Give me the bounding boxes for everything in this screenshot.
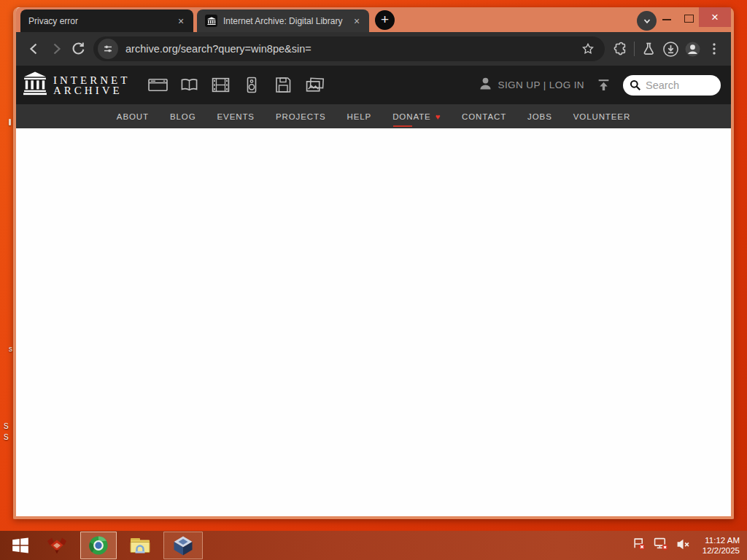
tab-title: Privacy error	[28, 16, 174, 26]
profile-avatar-icon[interactable]	[681, 38, 703, 60]
reload-icon[interactable]	[67, 38, 89, 60]
desktop-icon-label-fragment: S	[4, 423, 9, 430]
address-bar[interactable]: archive.org/search?query=win8pe&sin=	[93, 36, 605, 61]
nav-item-events[interactable]: EVENTS	[217, 104, 255, 128]
taskbar-browser-button-active[interactable]	[80, 532, 117, 559]
nav-item-donate[interactable]: DONATE ♥	[392, 104, 441, 128]
tab-internet-archive[interactable]: Internet Archive: Digital Library ×	[197, 9, 369, 32]
internet-archive-favicon	[205, 15, 217, 27]
window-close-button[interactable]: ×	[699, 7, 731, 27]
action-center-flag-icon[interactable]	[632, 537, 646, 553]
browser-window: Privacy error × Internet Archive: Digi	[13, 7, 734, 519]
internet-archive-nav: ABOUT BLOG EVENTS PROJECTS HELP DONATE ♥…	[16, 104, 731, 128]
menu-kebab-icon[interactable]	[703, 38, 725, 60]
nav-item-help[interactable]: HELP	[347, 104, 372, 128]
page-content-blank	[16, 128, 731, 516]
account-person-icon[interactable]	[478, 76, 493, 94]
browser-app-icon	[88, 534, 109, 556]
taskbar-clock[interactable]: 11:12 AM 12/2/2025	[703, 535, 740, 556]
forward-icon[interactable]	[45, 38, 67, 60]
tab-search-chevron-icon[interactable]	[637, 11, 657, 31]
volume-muted-icon[interactable]	[676, 538, 690, 553]
internet-archive-logo[interactable]	[23, 71, 47, 98]
audio-speaker-icon[interactable]	[241, 76, 262, 95]
desktop-background: s S S Privacy error ×	[0, 0, 747, 560]
extensions-puzzle-icon[interactable]	[609, 38, 631, 60]
nav-item-volunteer[interactable]: VOLUNTEER	[573, 104, 630, 128]
bookmark-star-icon[interactable]	[578, 39, 597, 58]
downloads-icon[interactable]	[659, 38, 681, 60]
taskbar: 11:12 AM 12/2/2025	[0, 531, 747, 560]
labs-flask-icon[interactable]	[638, 38, 659, 60]
taskbar-file-explorer-icon[interactable]	[121, 532, 159, 559]
donate-label: DONATE	[392, 112, 430, 121]
toolbar-divider	[634, 42, 635, 56]
nav-item-contact[interactable]: CONTACT	[462, 104, 506, 128]
system-tray: 11:12 AM 12/2/2025	[632, 535, 747, 556]
media-type-icons	[147, 76, 325, 95]
browser-titlebar: Privacy error × Internet Archive: Digi	[16, 7, 731, 32]
tab-close-icon[interactable]: ×	[350, 15, 363, 28]
signup-login-link[interactable]: SIGN UP | LOG IN	[498, 79, 584, 90]
taskbar-virtualbox-button[interactable]	[163, 532, 203, 559]
virtualbox-cube-icon	[173, 535, 193, 556]
internet-archive-header: INTERNET ARCHIVE	[16, 66, 731, 104]
new-tab-button[interactable]: +	[375, 10, 395, 30]
desktop-icon-label-fragment: S	[4, 434, 9, 441]
tab-privacy-error[interactable]: Privacy error ×	[20, 9, 193, 32]
donate-heart-icon: ♥	[436, 112, 441, 121]
site-settings-icon[interactable]	[98, 39, 118, 59]
donate-underline	[393, 125, 412, 128]
wordmark-line2: ARCHIVE	[53, 85, 130, 96]
search-icon	[630, 79, 641, 91]
upload-icon[interactable]	[597, 78, 611, 92]
video-film-icon[interactable]	[210, 76, 231, 95]
archive-search-box[interactable]	[623, 75, 721, 96]
clock-time: 11:12 AM	[703, 535, 740, 545]
nav-item-about[interactable]: ABOUT	[117, 104, 149, 128]
images-photos-icon[interactable]	[304, 76, 325, 95]
nav-item-blog[interactable]: BLOG	[170, 104, 196, 128]
tab-title: Internet Archive: Digital Library	[223, 16, 350, 26]
start-button[interactable]	[3, 532, 38, 559]
browser-toolbar: archive.org/search?query=win8pe&sin=	[16, 32, 731, 66]
window-maximize-button[interactable]	[684, 15, 694, 23]
nav-item-projects[interactable]: PROJECTS	[276, 104, 326, 128]
url-text[interactable]: archive.org/search?query=win8pe&sin=	[125, 43, 578, 55]
clock-date: 12/2/2025	[703, 545, 740, 556]
network-status-icon[interactable]	[654, 537, 668, 553]
search-input[interactable]	[646, 79, 713, 91]
window-minimize-button[interactable]	[662, 19, 671, 20]
software-floppy-icon[interactable]	[273, 76, 293, 95]
desktop-icon-label-fragment: s	[9, 346, 12, 353]
tab-close-icon[interactable]: ×	[174, 15, 187, 28]
desktop-icon-fragment	[9, 119, 11, 125]
texts-book-icon[interactable]	[179, 76, 199, 95]
taskbar-red-app-icon[interactable]	[38, 532, 76, 559]
wordmark-line1: INTERNET	[53, 75, 130, 85]
web-icon[interactable]	[147, 76, 168, 95]
nav-item-jobs[interactable]: JOBS	[527, 104, 552, 128]
header-account-area: SIGN UP | LOG IN	[478, 75, 721, 96]
back-icon[interactable]	[23, 38, 45, 60]
internet-archive-wordmark[interactable]: INTERNET ARCHIVE	[53, 75, 130, 96]
